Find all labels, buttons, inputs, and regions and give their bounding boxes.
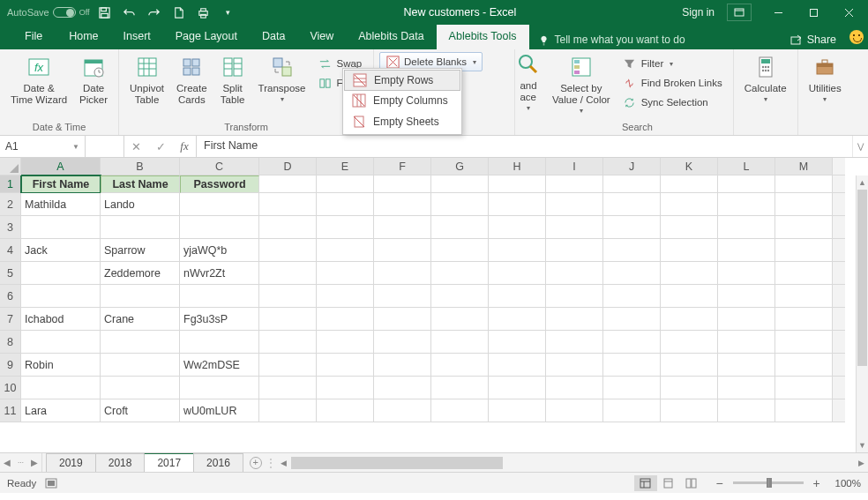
cell[interactable] [603, 262, 661, 285]
cell[interactable] [775, 239, 833, 262]
cell[interactable] [101, 331, 180, 354]
macro-record-icon[interactable] [45, 478, 59, 489]
zoom-slider[interactable] [733, 481, 804, 484]
zoom-in-button[interactable]: + [809, 476, 825, 490]
cell[interactable] [180, 285, 259, 308]
cell[interactable] [21, 285, 101, 308]
cell[interactable] [101, 377, 180, 399]
cell[interactable] [259, 377, 317, 399]
col-header-I[interactable]: I [546, 158, 603, 175]
cell[interactable]: wU0mLUR [180, 399, 259, 422]
cell[interactable]: nWvr2Zt [180, 262, 259, 285]
cell[interactable] [374, 216, 431, 239]
zoom-out-button[interactable]: − [712, 476, 728, 490]
cell[interactable]: yjaWQ*b [180, 239, 259, 262]
split-table-button[interactable]: Split Table [214, 52, 251, 119]
cell[interactable] [431, 216, 489, 239]
cell[interactable] [317, 331, 374, 354]
row-header-1[interactable]: 1 [0, 175, 21, 193]
cell[interactable]: Zeddemore [101, 262, 180, 285]
expand-formula-bar-button[interactable]: ⋁ [852, 136, 868, 157]
cell[interactable] [546, 331, 603, 354]
zoom-control[interactable]: − + 100% [712, 476, 861, 490]
cell[interactable]: Mathilda [21, 193, 101, 216]
tab-view[interactable]: View [297, 25, 346, 49]
page-break-view-button[interactable] [680, 475, 703, 491]
cell[interactable] [180, 377, 259, 399]
new-sheet-button[interactable]: + [243, 453, 268, 472]
cell[interactable] [603, 193, 661, 216]
row-header-10[interactable]: 10 [0, 377, 21, 399]
unpivot-table-button[interactable]: Unpivot Table [124, 52, 169, 119]
qat-customize-button[interactable]: ▾ [219, 3, 238, 22]
cell[interactable] [603, 399, 661, 422]
name-box[interactable]: A1▼ [0, 136, 86, 157]
maximize-button[interactable] [797, 0, 829, 25]
cell[interactable] [661, 262, 718, 285]
cell[interactable] [718, 239, 775, 262]
cell[interactable] [317, 399, 374, 422]
cell[interactable] [489, 399, 546, 422]
cell[interactable] [546, 354, 603, 377]
cell[interactable] [317, 377, 374, 399]
cell[interactable] [374, 331, 431, 354]
cell[interactable] [259, 262, 317, 285]
cell[interactable] [661, 308, 718, 331]
scroll-thumb[interactable] [857, 190, 867, 366]
cell[interactable] [661, 285, 718, 308]
cell[interactable] [259, 239, 317, 262]
col-header-D[interactable]: D [259, 158, 317, 175]
cell[interactable] [718, 262, 775, 285]
cell[interactable] [775, 331, 833, 354]
cell[interactable] [259, 399, 317, 422]
scroll-right-button[interactable]: ▶ [854, 459, 868, 467]
cell[interactable] [661, 399, 718, 422]
cell[interactable] [431, 285, 489, 308]
cell[interactable] [718, 216, 775, 239]
tab-insert[interactable]: Insert [111, 25, 163, 49]
row-header-6[interactable]: 6 [0, 285, 21, 308]
minimize-button[interactable] [762, 0, 794, 25]
cell[interactable] [431, 239, 489, 262]
cell[interactable]: Lara [21, 399, 101, 422]
tab-split-handle[interactable]: ⋮ [268, 453, 273, 472]
cell[interactable] [431, 308, 489, 331]
sheet-tab-2019[interactable]: 2019 [46, 453, 96, 472]
cell[interactable] [101, 354, 180, 377]
formula-input[interactable]: First Name [197, 136, 852, 157]
worksheet-grid[interactable]: ABCDEFGHIJKLM1First NameLast NamePasswor… [0, 158, 868, 453]
tab-ablebits-data[interactable]: Ablebits Data [346, 25, 436, 49]
menu-empty-sheets[interactable]: Empty Sheets [343, 111, 461, 132]
undo-button[interactable] [120, 3, 139, 22]
select-by-value-color-button[interactable]: Select by Value / Color▾ [547, 52, 616, 119]
cell[interactable] [259, 193, 317, 216]
cell[interactable]: Sparrow [101, 239, 180, 262]
autosave-toggle[interactable]: AutoSave Off [7, 7, 90, 18]
date-time-wizard-button[interactable]: fx Date & Time Wizard [5, 52, 72, 119]
vertical-scrollbar[interactable]: ▲ ▼ [856, 175, 868, 452]
tab-ablebits-tools[interactable]: Ablebits Tools [437, 25, 529, 49]
cell[interactable] [374, 193, 431, 216]
date-picker-button[interactable]: Date Picker [74, 52, 113, 119]
cell[interactable] [431, 331, 489, 354]
cell[interactable] [489, 377, 546, 399]
cell[interactable] [718, 193, 775, 216]
normal-view-button[interactable] [634, 475, 657, 491]
cell[interactable]: Fg3u3sP [180, 308, 259, 331]
cell[interactable] [775, 285, 833, 308]
header-cell[interactable]: First Name [21, 175, 101, 193]
cell[interactable] [718, 399, 775, 422]
cell[interactable] [489, 308, 546, 331]
col-header-M[interactable]: M [775, 158, 833, 175]
cell[interactable] [489, 354, 546, 377]
menu-empty-columns[interactable]: Empty Columns [343, 90, 461, 111]
row-header-5[interactable]: 5 [0, 262, 21, 285]
cell[interactable] [775, 377, 833, 399]
sheet-tab-2016[interactable]: 2016 [193, 453, 243, 472]
cell[interactable] [775, 193, 833, 216]
sheet-tab-2018[interactable]: 2018 [95, 453, 146, 472]
close-button[interactable] [833, 0, 864, 25]
col-header-G[interactable]: G [431, 158, 489, 175]
cell[interactable] [431, 262, 489, 285]
cell[interactable] [21, 262, 101, 285]
